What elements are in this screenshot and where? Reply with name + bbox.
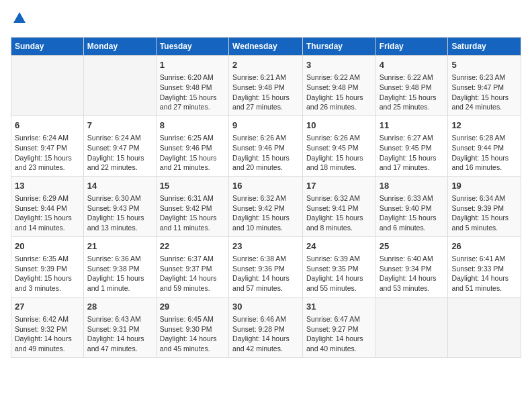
day-info: Sunrise: 6:27 AM Sunset: 9:45 PM Dayligh… [380,133,445,173]
weekday-header-saturday: Saturday [448,38,521,56]
day-number: 12 [451,120,517,132]
day-info: Sunrise: 6:24 AM Sunset: 9:47 PM Dayligh… [87,133,152,173]
day-info: Sunrise: 6:43 AM Sunset: 9:31 PM Dayligh… [87,314,152,354]
day-info: Sunrise: 6:42 AM Sunset: 9:32 PM Dayligh… [15,314,80,354]
calendar-cell: 25Sunrise: 6:40 AM Sunset: 9:34 PM Dayli… [375,236,448,297]
calendar-cell: 11Sunrise: 6:27 AM Sunset: 9:45 PM Dayli… [375,116,448,176]
weekday-header-wednesday: Wednesday [229,38,303,56]
day-number: 18 [380,180,445,192]
day-number: 3 [306,59,372,71]
day-number: 4 [380,59,445,71]
day-number: 15 [160,180,225,192]
day-number: 29 [160,301,225,313]
day-number: 11 [380,120,445,132]
calendar-cell: 18Sunrise: 6:33 AM Sunset: 9:40 PM Dayli… [375,176,448,236]
day-info: Sunrise: 6:20 AM Sunset: 9:48 PM Dayligh… [160,73,225,112]
day-number: 2 [232,59,299,71]
calendar-cell [83,56,156,116]
day-number: 16 [232,180,299,192]
day-number: 5 [451,59,517,71]
day-info: Sunrise: 6:47 AM Sunset: 9:27 PM Dayligh… [306,314,372,354]
calendar-cell: 31Sunrise: 6:47 AM Sunset: 9:27 PM Dayli… [302,297,375,357]
calendar-table: SundayMondayTuesdayWednesdayThursdayFrid… [11,37,521,358]
weekday-header-monday: Monday [83,38,156,56]
day-info: Sunrise: 6:37 AM Sunset: 9:37 PM Dayligh… [160,254,225,293]
day-info: Sunrise: 6:38 AM Sunset: 9:36 PM Dayligh… [232,254,299,293]
day-number: 27 [15,301,80,313]
logo-icon [12,11,27,26]
day-info: Sunrise: 6:22 AM Sunset: 9:48 PM Dayligh… [380,73,445,112]
calendar-cell: 30Sunrise: 6:46 AM Sunset: 9:28 PM Dayli… [229,297,303,357]
day-info: Sunrise: 6:34 AM Sunset: 9:39 PM Dayligh… [451,193,517,233]
weekday-header-thursday: Thursday [302,38,375,56]
day-number: 14 [87,180,152,192]
day-info: Sunrise: 6:21 AM Sunset: 9:48 PM Dayligh… [232,73,299,112]
day-info: Sunrise: 6:33 AM Sunset: 9:40 PM Dayligh… [380,193,445,233]
calendar-cell: 20Sunrise: 6:35 AM Sunset: 9:39 PM Dayli… [11,236,84,297]
day-info: Sunrise: 6:31 AM Sunset: 9:42 PM Dayligh… [160,193,225,233]
day-number: 9 [232,120,299,132]
day-info: Sunrise: 6:36 AM Sunset: 9:38 PM Dayligh… [87,254,152,293]
day-number: 19 [451,180,517,192]
day-info: Sunrise: 6:26 AM Sunset: 9:45 PM Dayligh… [306,133,372,173]
calendar-cell: 16Sunrise: 6:32 AM Sunset: 9:42 PM Dayli… [229,176,303,236]
day-number: 8 [160,120,225,132]
weekday-header-tuesday: Tuesday [156,38,228,56]
calendar-cell: 15Sunrise: 6:31 AM Sunset: 9:42 PM Dayli… [156,176,228,236]
calendar-cell: 4Sunrise: 6:22 AM Sunset: 9:48 PM Daylig… [375,56,448,116]
calendar-cell: 12Sunrise: 6:28 AM Sunset: 9:44 PM Dayli… [448,116,521,176]
calendar-cell: 14Sunrise: 6:30 AM Sunset: 9:43 PM Dayli… [83,176,156,236]
calendar-cell: 29Sunrise: 6:45 AM Sunset: 9:30 PM Dayli… [156,297,228,357]
calendar-cell: 23Sunrise: 6:38 AM Sunset: 9:36 PM Dayli… [229,236,303,297]
calendar-cell: 3Sunrise: 6:22 AM Sunset: 9:48 PM Daylig… [302,56,375,116]
calendar-cell: 8Sunrise: 6:25 AM Sunset: 9:46 PM Daylig… [156,116,228,176]
day-number: 23 [232,240,299,253]
calendar-cell: 27Sunrise: 6:42 AM Sunset: 9:32 PM Dayli… [11,297,84,357]
day-info: Sunrise: 6:22 AM Sunset: 9:48 PM Dayligh… [306,73,372,112]
calendar-cell: 24Sunrise: 6:39 AM Sunset: 9:35 PM Dayli… [302,236,375,297]
day-info: Sunrise: 6:23 AM Sunset: 9:47 PM Dayligh… [451,73,517,112]
calendar-cell [448,297,521,357]
weekday-header-sunday: Sunday [11,38,84,56]
calendar-cell: 9Sunrise: 6:26 AM Sunset: 9:46 PM Daylig… [229,116,303,176]
day-number: 26 [451,240,517,253]
calendar-cell: 1Sunrise: 6:20 AM Sunset: 9:48 PM Daylig… [156,56,228,116]
calendar-cell: 26Sunrise: 6:41 AM Sunset: 9:33 PM Dayli… [448,236,521,297]
day-info: Sunrise: 6:28 AM Sunset: 9:44 PM Dayligh… [451,133,517,173]
day-info: Sunrise: 6:26 AM Sunset: 9:46 PM Dayligh… [232,133,299,173]
calendar-cell: 22Sunrise: 6:37 AM Sunset: 9:37 PM Dayli… [156,236,228,297]
day-number: 28 [87,301,152,313]
day-info: Sunrise: 6:30 AM Sunset: 9:43 PM Dayligh… [87,193,152,233]
day-number: 17 [306,180,372,192]
day-number: 25 [380,240,445,253]
calendar-cell: 2Sunrise: 6:21 AM Sunset: 9:48 PM Daylig… [229,56,303,116]
svg-marker-0 [13,12,26,23]
day-number: 20 [15,240,80,253]
day-number: 1 [160,59,225,71]
day-number: 21 [87,240,152,253]
day-info: Sunrise: 6:41 AM Sunset: 9:33 PM Dayligh… [451,254,517,293]
day-info: Sunrise: 6:45 AM Sunset: 9:30 PM Dayligh… [160,314,225,354]
day-info: Sunrise: 6:25 AM Sunset: 9:46 PM Dayligh… [160,133,225,173]
calendar-cell: 5Sunrise: 6:23 AM Sunset: 9:47 PM Daylig… [448,56,521,116]
calendar-cell: 6Sunrise: 6:24 AM Sunset: 9:47 PM Daylig… [11,116,84,176]
day-info: Sunrise: 6:24 AM Sunset: 9:47 PM Dayligh… [15,133,80,173]
calendar-cell: 17Sunrise: 6:32 AM Sunset: 9:41 PM Dayli… [302,176,375,236]
calendar-cell: 7Sunrise: 6:24 AM Sunset: 9:47 PM Daylig… [83,116,156,176]
calendar-cell: 19Sunrise: 6:34 AM Sunset: 9:39 PM Dayli… [448,176,521,236]
calendar-cell [11,56,84,116]
day-number: 7 [87,120,152,132]
day-info: Sunrise: 6:32 AM Sunset: 9:41 PM Dayligh… [306,193,372,233]
day-info: Sunrise: 6:40 AM Sunset: 9:34 PM Dayligh… [380,254,445,293]
day-number: 10 [306,120,372,132]
day-info: Sunrise: 6:46 AM Sunset: 9:28 PM Dayligh… [232,314,299,354]
calendar-cell [375,297,448,357]
logo [11,11,27,29]
day-number: 13 [15,180,80,192]
calendar-cell: 10Sunrise: 6:26 AM Sunset: 9:45 PM Dayli… [302,116,375,176]
weekday-header-friday: Friday [375,38,448,56]
day-info: Sunrise: 6:32 AM Sunset: 9:42 PM Dayligh… [232,193,299,233]
page-header [11,11,521,29]
day-info: Sunrise: 6:35 AM Sunset: 9:39 PM Dayligh… [15,254,80,293]
day-number: 6 [15,120,80,132]
